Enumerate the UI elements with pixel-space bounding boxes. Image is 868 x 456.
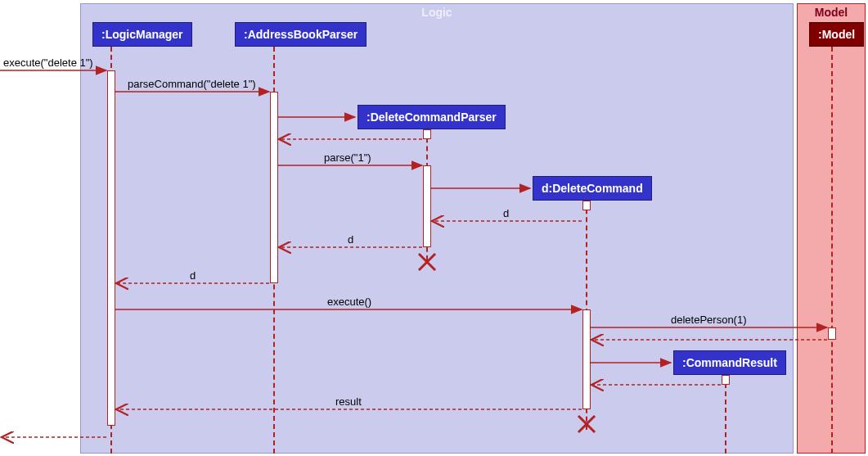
msg-execute: execute() [327,296,371,308]
frame-model-label: Model [808,4,854,20]
msg-return-d-3: d [190,269,196,282]
msg-return-d-2: d [348,233,353,246]
activation-address-book-parser [270,92,278,283]
frame-logic: Logic [80,3,794,454]
participant-address-book-parser: :AddressBookParser [235,22,367,47]
activation-delete-command-parser-1 [423,129,431,139]
activation-delete-command-parser-2 [423,165,431,247]
msg-return-d-1: d [503,207,509,219]
msg-delete-person: deletePerson(1) [671,314,747,326]
participant-model: :Model [809,22,864,47]
participant-command-result: :CommandResult [673,350,786,375]
msg-parse-command: parseCommand("delete 1") [128,78,256,90]
activation-model [828,327,836,340]
activation-logic-manager [107,70,115,426]
frame-logic-label: Logic [415,4,458,20]
participant-delete-command-parser: :DeleteCommandParser [358,105,506,129]
activation-delete-command-2 [582,309,591,409]
activation-command-result [722,375,730,385]
lifeline-model [831,47,833,454]
participant-logic-manager: :LogicManager [92,22,192,47]
msg-execute-delete-1: execute("delete 1") [3,56,93,69]
lifeline-command-result [725,375,726,454]
activation-delete-command-1 [582,201,591,210]
msg-return-result: result [335,395,362,408]
participant-delete-command: d:DeleteCommand [533,176,652,201]
msg-parse-1: parse("1") [324,151,371,164]
